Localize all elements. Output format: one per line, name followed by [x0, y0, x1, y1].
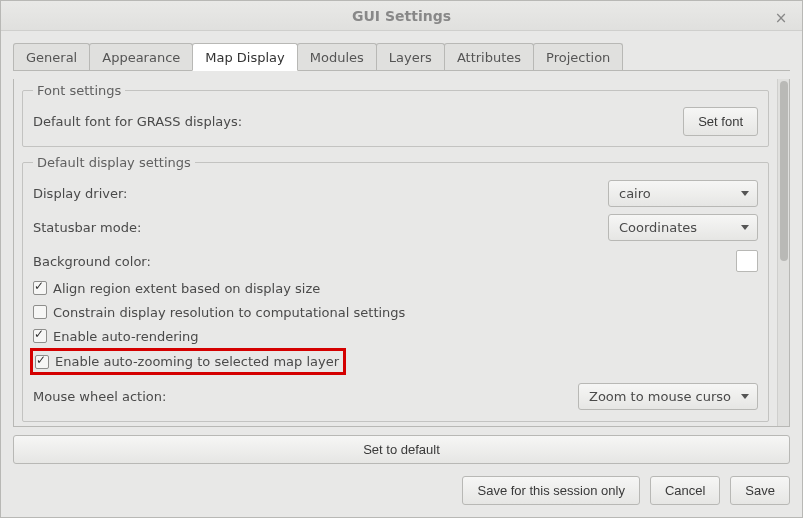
set-to-default-button[interactable]: Set to default: [13, 435, 790, 464]
row-align-region: Align region extent based on display siz…: [33, 276, 758, 300]
display-driver-label: Display driver:: [33, 186, 127, 201]
dialog-body: General Appearance Map Display Modules L…: [1, 31, 802, 517]
scrollbar-thumb[interactable]: [780, 81, 788, 261]
tab-layers[interactable]: Layers: [376, 43, 445, 70]
chevron-down-icon: [741, 225, 749, 230]
window-title: GUI Settings: [352, 8, 451, 24]
default-font-label: Default font for GRASS displays:: [33, 114, 242, 129]
checkbox-auto-rendering[interactable]: [33, 329, 47, 343]
tab-general[interactable]: General: [13, 43, 90, 70]
display-settings-legend: Default display settings: [33, 155, 195, 170]
display-driver-value: cairo: [619, 186, 651, 201]
row-auto-zooming: Enable auto-zooming to selected map laye…: [33, 348, 758, 375]
set-font-button[interactable]: Set font: [683, 107, 758, 136]
tab-appearance[interactable]: Appearance: [89, 43, 193, 70]
checkbox-constrain-resolution[interactable]: [33, 305, 47, 319]
statusbar-mode-value: Coordinates: [619, 220, 697, 235]
row-auto-rendering: Enable auto-rendering: [33, 324, 758, 348]
row-background-color: Background color:: [33, 246, 758, 276]
cancel-button[interactable]: Cancel: [650, 476, 720, 505]
statusbar-mode-combo[interactable]: Coordinates: [608, 214, 758, 241]
tab-attributes[interactable]: Attributes: [444, 43, 534, 70]
label-auto-zooming: Enable auto-zooming to selected map laye…: [55, 354, 339, 369]
titlebar: GUI Settings ×: [1, 1, 802, 31]
chevron-down-icon: [741, 394, 749, 399]
background-color-swatch[interactable]: [736, 250, 758, 272]
font-settings-legend: Font settings: [33, 83, 125, 98]
highlight-auto-zooming: Enable auto-zooming to selected map laye…: [30, 348, 346, 375]
row-default-font: Default font for GRASS displays: Set fon…: [33, 106, 758, 136]
row-mouse-wheel-action: Mouse wheel action: Zoom to mouse curso: [33, 381, 758, 411]
background-color-label: Background color:: [33, 254, 151, 269]
mouse-wheel-combo[interactable]: Zoom to mouse curso: [578, 383, 758, 410]
mouse-wheel-label: Mouse wheel action:: [33, 389, 166, 404]
mouse-wheel-value: Zoom to mouse curso: [589, 389, 731, 404]
save-button[interactable]: Save: [730, 476, 790, 505]
tab-projection[interactable]: Projection: [533, 43, 623, 70]
checkbox-align-region[interactable]: [33, 281, 47, 295]
checkbox-auto-zooming[interactable]: [35, 355, 49, 369]
font-settings-group: Font settings Default font for GRASS dis…: [22, 83, 769, 147]
statusbar-mode-label: Statusbar mode:: [33, 220, 141, 235]
panel-content: Font settings Default font for GRASS dis…: [14, 79, 777, 426]
vertical-scrollbar[interactable]: [777, 79, 789, 426]
save-session-button[interactable]: Save for this session only: [462, 476, 639, 505]
row-constrain-resolution: Constrain display resolution to computat…: [33, 300, 758, 324]
gui-settings-dialog: GUI Settings × General Appearance Map Di…: [0, 0, 803, 518]
label-align-region: Align region extent based on display siz…: [53, 281, 320, 296]
close-icon[interactable]: ×: [772, 9, 790, 27]
row-display-driver: Display driver: cairo: [33, 178, 758, 208]
display-driver-combo[interactable]: cairo: [608, 180, 758, 207]
chevron-down-icon: [741, 191, 749, 196]
dialog-footer: Save for this session only Cancel Save: [13, 472, 790, 505]
display-settings-group: Default display settings Display driver:…: [22, 155, 769, 422]
label-auto-rendering: Enable auto-rendering: [53, 329, 199, 344]
tab-modules[interactable]: Modules: [297, 43, 377, 70]
label-constrain-resolution: Constrain display resolution to computat…: [53, 305, 405, 320]
row-statusbar-mode: Statusbar mode: Coordinates: [33, 212, 758, 242]
tab-bar: General Appearance Map Display Modules L…: [13, 41, 790, 71]
tab-map-display[interactable]: Map Display: [192, 43, 298, 71]
panel-scroll-area: Font settings Default font for GRASS dis…: [13, 79, 790, 427]
